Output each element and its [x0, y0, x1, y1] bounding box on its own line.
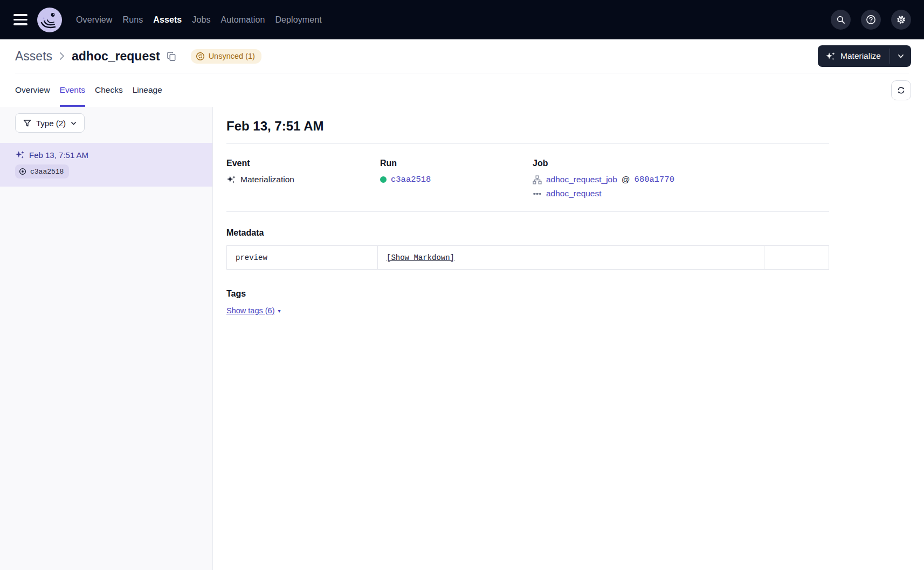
asset-op-link[interactable]: adhoc_request [546, 189, 602, 198]
event-type-value: Materialization [240, 175, 294, 184]
breadcrumb-chevron-icon [59, 52, 65, 60]
caret-down-icon: ▾ [278, 308, 280, 314]
materialization-sparkle-icon [226, 175, 236, 184]
show-markdown-link[interactable]: [Show Markdown] [387, 253, 454, 262]
tab-lineage[interactable]: Lineage [133, 73, 162, 107]
chevron-down-icon [898, 53, 904, 59]
section-divider [226, 211, 829, 212]
event-detail-title: Feb 13, 7:51 AM [226, 119, 829, 134]
job-column: Job adhoc_request_job @ 680a1770 [533, 159, 829, 198]
page-title: adhoc_request [72, 49, 160, 64]
nav-item-overview[interactable]: Overview [76, 12, 112, 28]
events-sidebar: Type (2) Feb 13, 7:51 AM c [0, 107, 213, 570]
top-nav: Overview Runs Assets Jobs Automation Dep… [0, 0, 924, 39]
nav-item-jobs[interactable]: Jobs [192, 12, 210, 28]
event-item-timestamp: Feb 13, 7:51 AM [29, 150, 88, 160]
nav-item-runs[interactable]: Runs [122, 12, 143, 28]
tab-events[interactable]: Events [60, 73, 85, 107]
unsynced-badge[interactable]: Unsynced (1) [191, 49, 261, 64]
help-icon [866, 15, 876, 25]
metadata-header: Metadata [226, 228, 829, 238]
op-icon [533, 189, 542, 198]
run-column-header: Run [380, 159, 533, 168]
event-detail-panel: Feb 13, 7:51 AM Event Materialization Ru… [213, 107, 924, 570]
octopus-icon [37, 8, 62, 32]
sync-status-icon [196, 52, 205, 61]
materialize-button[interactable]: Materialize [818, 45, 889, 67]
event-column: Event Materialization [226, 159, 380, 198]
breadcrumb-assets-link[interactable]: Assets [15, 49, 52, 64]
tabs-row: Overview Events Checks Lineage [0, 73, 924, 107]
settings-button[interactable] [891, 10, 911, 30]
refresh-button[interactable] [891, 80, 911, 100]
help-button[interactable] [861, 10, 881, 30]
nav-item-automation[interactable]: Automation [221, 12, 265, 28]
job-hierarchy-icon [533, 175, 542, 184]
job-column-header: Job [533, 159, 829, 168]
metadata-empty-cell [764, 246, 829, 269]
run-column: Run c3aa2518 [380, 159, 533, 198]
tab-overview[interactable]: Overview [15, 73, 50, 107]
materialization-sparkle-icon [15, 150, 25, 160]
event-item-run-tag: c3aa2518 [15, 164, 69, 178]
primary-nav: Overview Runs Assets Jobs Automation Dep… [76, 12, 322, 28]
unsynced-badge-label: Unsynced (1) [209, 52, 255, 60]
search-button[interactable] [831, 10, 851, 30]
metadata-key-cell: preview [227, 246, 378, 269]
target-icon [19, 168, 26, 175]
gear-icon [896, 15, 906, 25]
event-list-item-selected[interactable]: Feb 13, 7:51 AM c3aa2518 [0, 143, 212, 187]
materialize-button-label: Materialize [840, 51, 881, 61]
materialize-split-button: Materialize [818, 45, 911, 67]
dagster-logo[interactable] [37, 8, 62, 32]
metadata-value-cell: [Show Markdown] [378, 246, 764, 269]
refresh-icon [897, 86, 906, 95]
type-filter-button[interactable]: Type (2) [15, 113, 85, 133]
materialize-dropdown-button[interactable] [890, 45, 911, 67]
copy-icon[interactable] [167, 51, 177, 61]
job-at-separator: @ [622, 175, 630, 184]
run-id-link[interactable]: c3aa2518 [391, 175, 431, 184]
search-icon [836, 15, 846, 25]
event-column-header: Event [226, 159, 380, 168]
job-version-link[interactable]: 680a1770 [635, 175, 674, 184]
run-status-dot [380, 176, 387, 183]
type-filter-label: Type (2) [36, 119, 66, 128]
tags-header: Tags [226, 289, 829, 299]
nav-item-assets[interactable]: Assets [153, 12, 182, 28]
metadata-table: preview [Show Markdown] [226, 245, 829, 270]
hamburger-menu-icon[interactable] [13, 12, 30, 28]
show-tags-link[interactable]: Show tags (6) ▾ [226, 306, 281, 315]
tab-checks[interactable]: Checks [95, 73, 123, 107]
job-name-link[interactable]: adhoc_request_job [546, 175, 617, 184]
nav-item-deployment[interactable]: Deployment [275, 12, 321, 28]
page-header: Assets adhoc_request Unsynced (1) Materi… [0, 39, 924, 73]
filter-funnel-icon [23, 119, 31, 127]
sparkle-icon [825, 51, 836, 61]
chevron-down-icon [71, 120, 77, 126]
